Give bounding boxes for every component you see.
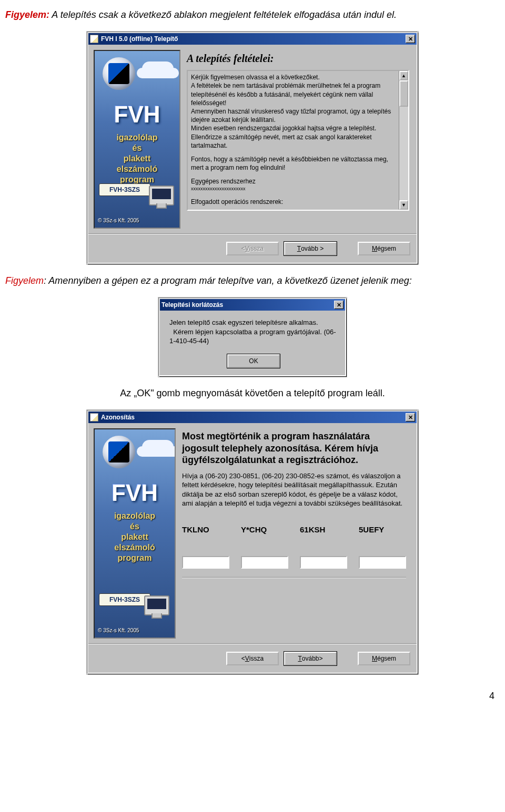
- window-title: Telepítési korlátozás: [161, 301, 223, 310]
- mid-prefix: Figyelem: [5, 275, 44, 286]
- back-button[interactable]: <Vissza: [226, 652, 279, 665]
- page-number: 4: [5, 690, 500, 703]
- sidebar-copyright: © 3Sz-s Kft. 2005: [98, 627, 139, 634]
- sidebar-logo-text: FVH: [95, 98, 179, 131]
- titlebar[interactable]: Telepítési korlátozás ✕: [160, 299, 345, 311]
- section-title: A telepítés feltételei:: [187, 51, 409, 66]
- cond-line: Amennyiben használ víruskereső vagy tűzf…: [191, 107, 396, 124]
- sidebar-line: program: [95, 553, 175, 563]
- btn-text: égsem: [377, 654, 396, 663]
- installer-icon: [90, 35, 98, 43]
- scroll-track[interactable]: [399, 107, 408, 200]
- identification-text: Hívja a (06-20) 230-0851, (06-20) 230-08…: [182, 471, 406, 508]
- back-button[interactable]: < Vissza: [226, 242, 279, 255]
- code-input-3[interactable]: [300, 556, 347, 569]
- msg-line: Jelen telepítő csak egyszeri telepítésre…: [169, 318, 338, 327]
- btn-mnemonic: T: [298, 654, 301, 663]
- code-inputs-row: [182, 556, 406, 569]
- cond-line: Fontos, hogy a számítógép nevét a később…: [191, 155, 396, 172]
- titlebar[interactable]: FVH I 5.0 (offline) Telepítő ✕: [88, 33, 417, 45]
- logo-ball-icon: [103, 57, 135, 90]
- cond-line: Kérjük figyelmesen olvassa el a következ…: [191, 73, 396, 81]
- installer-sidebar: FVH igazolólap és plakett elszámoló prog…: [94, 428, 176, 639]
- mid-text: : Amennyiben a gépen ez a program már te…: [44, 275, 412, 286]
- cancel-button[interactable]: Mégsem: [358, 652, 410, 665]
- intro-text: A telepítés csak a következő ablakon meg…: [49, 9, 397, 20]
- identification-heading: Most megtörténik a program használatára …: [182, 430, 406, 466]
- btn-mnemonic: M: [372, 244, 377, 253]
- code-label: TKLNO: [182, 524, 229, 535]
- monitor-icon: [144, 595, 169, 615]
- close-icon: ✕: [337, 301, 341, 309]
- installer-window-identification: Azonosítás ✕ FVH igazolólap és plakett e…: [87, 410, 418, 674]
- close-button[interactable]: ✕: [406, 413, 415, 422]
- window-title: FVH I 5.0 (offline) Telepítő: [101, 35, 178, 44]
- sidebar-plate: FVH-3SZS: [99, 183, 150, 196]
- conditions-text: Kérjük figyelmesen olvassa el a következ…: [188, 71, 399, 210]
- sidebar-plate: FVH-3SZS: [99, 593, 150, 606]
- btn-mnemonic: T: [297, 244, 301, 253]
- btn-text: <: [241, 244, 245, 253]
- code-input-4[interactable]: [359, 556, 406, 569]
- scroll-up-button[interactable]: ▲: [399, 71, 408, 80]
- close-button[interactable]: ✕: [406, 35, 415, 43]
- cond-line: Egygépes rendszerhez: [191, 177, 396, 186]
- sidebar-copyright: © 3Sz-s Kft. 2005: [98, 217, 139, 224]
- titlebar[interactable]: Azonosítás ✕: [88, 412, 417, 423]
- close-icon: ✕: [408, 414, 413, 422]
- sidebar-logo-text: FVH: [95, 477, 175, 509]
- btn-text: OK: [249, 357, 258, 366]
- cloud-icon: [142, 440, 174, 455]
- intro-paragraph: Figyelem: A telepítés csak a következő a…: [5, 8, 500, 22]
- scroll-down-button[interactable]: ▼: [399, 200, 408, 210]
- code-label: Y*CHQ: [241, 524, 288, 535]
- message-box-restriction: Telepítési korlátozás ✕ Jelen telepítő c…: [159, 298, 346, 376]
- cloud-icon: [142, 61, 174, 76]
- btn-text: ovább >: [301, 244, 324, 253]
- close-button[interactable]: ✕: [334, 301, 344, 309]
- sidebar-caption: igazolólap és plakett elszámoló program: [95, 511, 175, 563]
- installer-window-conditions: FVH I 5.0 (offline) Telepítő ✕ FVH igazo…: [87, 32, 418, 264]
- code-label: 5UEFY: [359, 524, 406, 535]
- sidebar-line: igazolólap: [95, 132, 179, 143]
- cond-line: Elfogadott operációs rendszerek:: [191, 198, 396, 206]
- window-title: Azonosítás: [101, 413, 135, 422]
- cancel-button[interactable]: Mégsem: [358, 242, 410, 255]
- code-labels-row: TKLNO Y*CHQ 61KSH 5UEFY: [182, 524, 406, 535]
- btn-mnemonic: M: [372, 654, 377, 663]
- intro-prefix: Figyelem:: [5, 9, 49, 20]
- scroll-thumb[interactable]: [399, 80, 408, 107]
- btn-text: issza: [249, 244, 264, 253]
- monitor-icon: [149, 186, 174, 205]
- btn-text: <: [241, 654, 245, 663]
- btn-text: égsem: [377, 244, 396, 253]
- button-row: <Vissza Tovább> Mégsem: [88, 644, 417, 673]
- logo-ball-icon: [103, 436, 135, 468]
- next-button[interactable]: Tovább>: [284, 652, 337, 665]
- code-label: 61KSH: [300, 524, 347, 535]
- btn-mnemonic: V: [245, 244, 249, 253]
- installer-icon: [90, 413, 98, 422]
- sidebar-line: igazolólap: [95, 511, 175, 521]
- message-text: Jelen telepítő csak egyszeri telepítésre…: [169, 318, 338, 346]
- code-input-1[interactable]: [182, 556, 229, 569]
- sidebar-line: elszámoló: [95, 164, 179, 174]
- cond-line: Minden esetben rendszergazdai jogokkal h…: [191, 124, 396, 150]
- ok-button[interactable]: OK: [227, 354, 280, 368]
- scrollbar[interactable]: ▲ ▼: [399, 71, 408, 210]
- code-input-2[interactable]: [241, 556, 288, 569]
- sidebar-line: elszámoló: [95, 542, 175, 553]
- msg-line: Kérem lépjen kapcsolatba a program gyárt…: [169, 327, 338, 346]
- after-msg-text: Az „OK" gomb megnyomását követően a tele…: [120, 388, 385, 398]
- divider: [182, 577, 406, 578]
- sidebar-line: plakett: [95, 153, 179, 164]
- next-button[interactable]: Tovább >: [284, 242, 337, 255]
- sidebar-line: és: [95, 143, 179, 153]
- sidebar-line: plakett: [95, 532, 175, 542]
- btn-mnemonic: V: [245, 654, 249, 663]
- btn-text: ovább>: [302, 654, 323, 663]
- sidebar-line: és: [95, 521, 175, 532]
- cond-line: xxxxxxxxxxxxxxxxxxxxxxx: [191, 186, 396, 192]
- close-icon: ✕: [408, 35, 413, 43]
- btn-text: issza: [249, 654, 264, 663]
